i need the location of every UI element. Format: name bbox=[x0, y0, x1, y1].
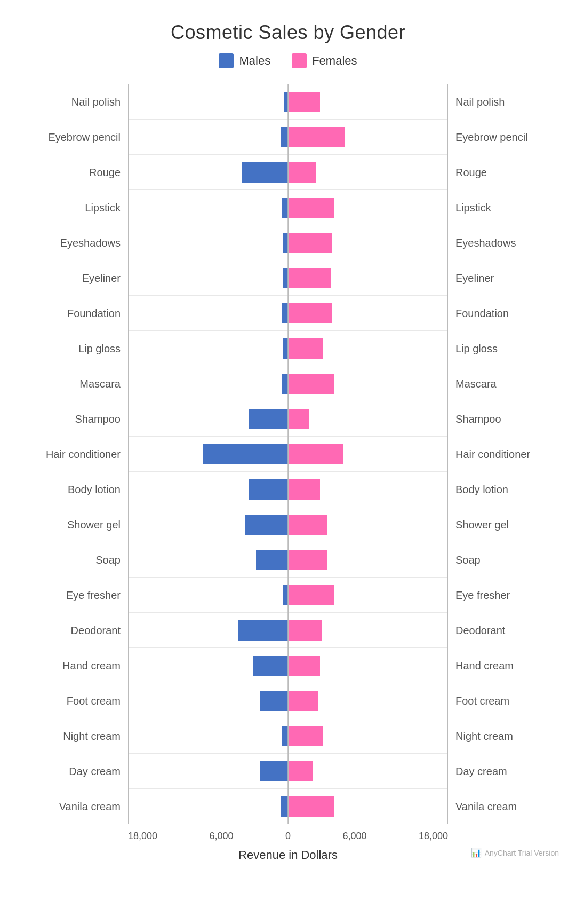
male-bar-12 bbox=[245, 515, 288, 535]
center-line bbox=[287, 84, 289, 824]
male-bar-3 bbox=[282, 198, 288, 218]
left-label-15: Deodorant bbox=[11, 613, 128, 648]
female-bar-9 bbox=[288, 409, 309, 429]
bars-area bbox=[128, 84, 448, 824]
tick-18000-right: 18,000 bbox=[419, 831, 448, 842]
female-bar-19 bbox=[288, 761, 313, 781]
right-label-12: Shower gel bbox=[448, 507, 565, 542]
female-bar-8 bbox=[288, 374, 334, 394]
legend: Males Females bbox=[219, 53, 357, 68]
female-bar-13 bbox=[288, 550, 327, 570]
watermark: 📊 AnyChart Trial Version bbox=[471, 848, 559, 858]
male-bar-11 bbox=[249, 479, 288, 500]
female-bar-17 bbox=[288, 691, 318, 711]
female-bar-12 bbox=[288, 515, 327, 535]
right-label-20: Vanila cream bbox=[448, 789, 565, 824]
female-bar-3 bbox=[288, 198, 334, 218]
chart-container: Nail polishEyebrow pencilRougeLipstickEy… bbox=[11, 84, 565, 862]
female-bar-20 bbox=[288, 796, 334, 817]
left-label-12: Shower gel bbox=[11, 507, 128, 542]
female-bar-6 bbox=[288, 303, 332, 323]
right-label-8: Mascara bbox=[448, 366, 565, 401]
right-label-16: Hand cream bbox=[448, 648, 565, 683]
left-label-13: Soap bbox=[11, 542, 128, 578]
watermark-icon: 📊 bbox=[471, 848, 482, 858]
right-label-9: Shampoo bbox=[448, 401, 565, 437]
males-label: Males bbox=[239, 54, 270, 68]
left-label-1: Eyebrow pencil bbox=[11, 120, 128, 155]
female-bar-5 bbox=[288, 268, 331, 288]
left-labels: Nail polishEyebrow pencilRougeLipstickEy… bbox=[11, 84, 128, 824]
left-label-17: Foot cream bbox=[11, 683, 128, 718]
right-labels: Nail polishEyebrow pencilRougeLipstickEy… bbox=[448, 84, 565, 824]
tick-6000-right: 6,000 bbox=[342, 831, 366, 842]
female-bar-14 bbox=[288, 585, 334, 605]
male-bar-16 bbox=[253, 656, 288, 676]
right-label-17: Foot cream bbox=[448, 683, 565, 718]
left-label-2: Rouge bbox=[11, 155, 128, 190]
left-label-3: Lipstick bbox=[11, 190, 128, 225]
male-bar-2 bbox=[242, 162, 288, 183]
right-label-4: Eyeshadows bbox=[448, 225, 565, 260]
right-label-15: Deodorant bbox=[448, 613, 565, 648]
male-bar-19 bbox=[260, 761, 288, 781]
female-bar-16 bbox=[288, 656, 320, 676]
female-bar-4 bbox=[288, 233, 332, 253]
legend-females: Females bbox=[292, 53, 357, 68]
female-bar-10 bbox=[288, 444, 343, 464]
right-label-13: Soap bbox=[448, 542, 565, 578]
chart-area: Nail polishEyebrow pencilRougeLipstickEy… bbox=[11, 84, 565, 824]
female-bar-7 bbox=[288, 338, 323, 359]
x-ticks: 18,000 6,000 0 6,000 18,000 bbox=[128, 828, 448, 844]
right-label-11: Body lotion bbox=[448, 472, 565, 507]
right-label-2: Rouge bbox=[448, 155, 565, 190]
chart-wrapper: Nail polishEyebrow pencilRougeLipstickEy… bbox=[11, 84, 565, 862]
watermark-text: AnyChart Trial Version bbox=[485, 849, 559, 857]
left-label-18: Night cream bbox=[11, 718, 128, 754]
left-label-6: Foundation bbox=[11, 296, 128, 331]
tick-0: 0 bbox=[285, 831, 291, 842]
right-label-1: Eyebrow pencil bbox=[448, 120, 565, 155]
female-bar-18 bbox=[288, 726, 323, 746]
right-label-7: Lip gloss bbox=[448, 331, 565, 366]
right-label-5: Eyeliner bbox=[448, 260, 565, 296]
male-bar-8 bbox=[282, 374, 288, 394]
female-bar-1 bbox=[288, 127, 345, 147]
left-label-0: Nail polish bbox=[11, 84, 128, 120]
male-bar-20 bbox=[281, 796, 288, 817]
female-bar-15 bbox=[288, 620, 322, 641]
right-label-6: Foundation bbox=[448, 296, 565, 331]
left-label-7: Lip gloss bbox=[11, 331, 128, 366]
tick-18000-left: 18,000 bbox=[128, 831, 157, 842]
right-label-0: Nail polish bbox=[448, 84, 565, 120]
male-bar-1 bbox=[281, 127, 288, 147]
male-bar-13 bbox=[256, 550, 288, 570]
left-label-9: Shampoo bbox=[11, 401, 128, 437]
females-swatch bbox=[292, 53, 307, 68]
female-bar-0 bbox=[288, 92, 320, 112]
male-bar-15 bbox=[238, 620, 288, 641]
legend-males: Males bbox=[219, 53, 270, 68]
left-label-16: Hand cream bbox=[11, 648, 128, 683]
male-bar-17 bbox=[260, 691, 288, 711]
right-label-14: Eye fresher bbox=[448, 578, 565, 613]
male-bar-10 bbox=[203, 444, 288, 464]
left-label-14: Eye fresher bbox=[11, 578, 128, 613]
left-label-4: Eyeshadows bbox=[11, 225, 128, 260]
right-label-10: Hair conditioner bbox=[448, 437, 565, 472]
left-label-5: Eyeliner bbox=[11, 260, 128, 296]
left-label-20: Vanila cream bbox=[11, 789, 128, 824]
left-label-19: Day cream bbox=[11, 754, 128, 789]
left-label-11: Body lotion bbox=[11, 472, 128, 507]
right-label-3: Lipstick bbox=[448, 190, 565, 225]
left-label-10: Hair conditioner bbox=[11, 437, 128, 472]
female-bar-11 bbox=[288, 479, 320, 500]
female-bar-2 bbox=[288, 162, 316, 183]
tick-6000-left: 6,000 bbox=[210, 831, 234, 842]
females-label: Females bbox=[312, 54, 357, 68]
x-axis-label: Revenue in Dollars bbox=[238, 848, 338, 862]
males-swatch bbox=[219, 53, 234, 68]
male-bar-9 bbox=[249, 409, 288, 429]
right-label-18: Night cream bbox=[448, 718, 565, 754]
left-label-8: Mascara bbox=[11, 366, 128, 401]
